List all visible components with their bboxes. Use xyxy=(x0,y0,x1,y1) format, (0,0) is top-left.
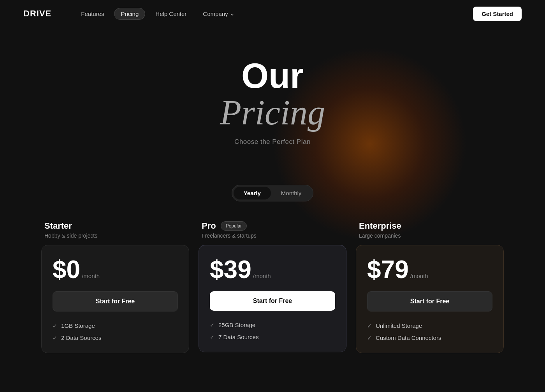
billing-toggle: Yearly Monthly xyxy=(0,185,545,201)
hero-subtitle: Choose the Perfect Plan xyxy=(0,138,545,146)
check-icon: ✓ xyxy=(367,335,372,341)
pricing-section: Starter Hobby & side projects $0 /month … xyxy=(0,221,545,353)
plan-starter-header: Starter Hobby & side projects xyxy=(41,221,189,245)
plan-starter-card: $0 /month Start for Free ✓ 1GB Storage ✓… xyxy=(41,245,189,353)
plan-starter-name: Starter xyxy=(44,221,186,231)
plan-pro-period: /month xyxy=(253,273,271,279)
plan-starter-period: /month xyxy=(82,273,100,279)
plan-pro-card: $39 /month Start for Free ✓ 25GB Storage… xyxy=(199,245,346,352)
plan-starter-tagline: Hobby & side projects xyxy=(44,233,186,239)
toggle-container: Yearly Monthly xyxy=(232,185,314,201)
list-item: ✓ Custom Data Connectors xyxy=(367,334,492,341)
plan-enterprise-period: /month xyxy=(410,273,428,279)
plan-pro-name: Pro Popular xyxy=(202,221,343,231)
check-icon: ✓ xyxy=(210,322,214,328)
brand-logo[interactable]: DRIVE xyxy=(23,9,51,19)
nav-help-center[interactable]: Help Center xyxy=(149,8,193,19)
plan-pro-header: Pro Popular Freelancers & startups xyxy=(199,221,346,245)
plan-pro-price-row: $39 /month xyxy=(210,257,335,282)
plan-pro: Pro Popular Freelancers & startups $39 /… xyxy=(199,221,346,353)
check-icon: ✓ xyxy=(367,323,372,329)
nav-pricing[interactable]: Pricing xyxy=(114,8,145,20)
toggle-monthly[interactable]: Monthly xyxy=(271,187,312,200)
plan-starter-features: ✓ 1GB Storage ✓ 2 Data Sources xyxy=(53,322,178,341)
hero-line1: Our xyxy=(0,58,545,93)
plan-enterprise-features: ✓ Unlimited Storage ✓ Custom Data Connec… xyxy=(367,322,492,341)
plan-enterprise-price: $79 xyxy=(367,257,409,282)
nav-company[interactable]: Company ⌄ xyxy=(197,8,241,19)
plan-enterprise-header: Enterprise Large companies xyxy=(356,221,504,245)
hero-line2: Pricing xyxy=(0,93,545,132)
plan-enterprise-tagline: Large companies xyxy=(359,233,501,239)
popular-badge: Popular xyxy=(221,221,247,231)
navbar: DRIVE Features Pricing Help Center Compa… xyxy=(0,0,545,27)
nav-features[interactable]: Features xyxy=(75,8,110,19)
plan-enterprise-name: Enterprise xyxy=(359,221,501,231)
plan-pro-cta[interactable]: Start for Free xyxy=(210,291,335,311)
get-started-button[interactable]: Get Started xyxy=(473,7,522,21)
plan-enterprise-card: $79 /month Start for Free ✓ Unlimited St… xyxy=(356,245,504,353)
plan-starter-price-row: $0 /month xyxy=(53,257,178,282)
check-icon: ✓ xyxy=(53,323,57,329)
list-item: ✓ 25GB Storage xyxy=(210,322,335,328)
nav-links: Features Pricing Help Center Company ⌄ xyxy=(75,8,473,20)
plan-pro-tagline: Freelancers & startups xyxy=(202,233,343,239)
list-item: ✓ 7 Data Sources xyxy=(210,334,335,340)
list-item: ✓ Unlimited Storage xyxy=(367,322,492,329)
check-icon: ✓ xyxy=(210,334,214,340)
plan-starter: Starter Hobby & side projects $0 /month … xyxy=(41,221,189,353)
plan-enterprise-price-row: $79 /month xyxy=(367,257,492,282)
list-item: ✓ 2 Data Sources xyxy=(53,334,178,341)
toggle-yearly[interactable]: Yearly xyxy=(234,187,271,200)
plan-enterprise: Enterprise Large companies $79 /month St… xyxy=(356,221,504,353)
plan-starter-cta[interactable]: Start for Free xyxy=(53,291,178,312)
hero-section: Our Pricing Choose the Perfect Plan xyxy=(0,27,545,169)
chevron-down-icon: ⌄ xyxy=(230,10,235,17)
list-item: ✓ 1GB Storage xyxy=(53,322,178,329)
check-icon: ✓ xyxy=(53,335,57,341)
plan-pro-price: $39 xyxy=(210,257,251,282)
plan-pro-features: ✓ 25GB Storage ✓ 7 Data Sources xyxy=(210,322,335,340)
plan-enterprise-cta[interactable]: Start for Free xyxy=(367,291,492,312)
plan-starter-price: $0 xyxy=(53,257,80,282)
